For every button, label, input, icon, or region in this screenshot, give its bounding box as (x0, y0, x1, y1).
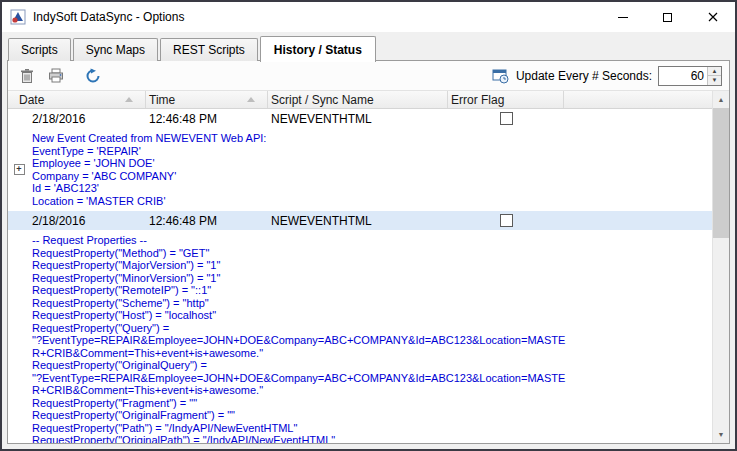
detail-line: Employee = 'JOHN DOE' (32, 157, 712, 170)
table-row[interactable]: 2/18/2016 12:46:48 PM NEWEVENTHTML (8, 109, 712, 128)
caption-buttons (600, 2, 735, 32)
grid-body: 2/18/2016 12:46:48 PM NEWEVENTHTML + New… (8, 109, 712, 443)
error-flag-checkbox[interactable] (500, 214, 513, 227)
column-header-filler (564, 91, 712, 108)
detail-block: + New Event Created from NEWEVENT Web AP… (8, 128, 712, 211)
table-row[interactable]: 2/18/2016 12:46:48 PM NEWEVENTHTML (8, 211, 712, 230)
expand-button[interactable]: + (14, 164, 25, 175)
detail-line: -- Request Properties -- (32, 234, 712, 247)
cell-time: 12:46:48 PM (146, 112, 268, 126)
maximize-button[interactable] (645, 2, 690, 32)
tab-strip: Scripts Sync Maps REST Scripts History /… (2, 32, 735, 60)
detail-line: RequestProperty("OriginalFragment") = "" (32, 409, 712, 422)
detail-line: RequestProperty("RemoteIP") = "::1" (32, 284, 712, 297)
detail-line: "?EventType=REPAIR&Employee=JOHN+DOE&Com… (32, 372, 712, 385)
detail-gutter (8, 234, 30, 443)
maximize-icon (663, 13, 672, 22)
update-interval-label: Update Every # Seconds: (516, 69, 652, 83)
toolbar: Update Every # Seconds: ▲ ▼ (8, 61, 729, 91)
cell-script-sync-name: NEWEVENTHTML (268, 112, 448, 126)
close-button[interactable] (690, 2, 735, 32)
column-header-date[interactable]: Date (8, 91, 146, 108)
close-icon (708, 12, 718, 22)
spinner-down-button[interactable]: ▼ (708, 76, 721, 85)
column-header-label: Error Flag (451, 93, 504, 107)
delete-button[interactable] (15, 64, 39, 88)
detail-line: EventType = 'REPAIR' (32, 145, 712, 158)
refresh-icon (85, 68, 101, 84)
detail-line: Id = 'ABC123' (32, 182, 712, 195)
detail-line: RequestProperty("Query") = (32, 322, 712, 335)
scroll-down-button[interactable]: ▼ (713, 426, 729, 443)
detail-line: RequestProperty("OriginalPath") = "/Indy… (32, 434, 712, 443)
cell-date: 2/18/2016 (30, 112, 146, 126)
detail-line: RequestProperty("Fragment") = "" (32, 397, 712, 410)
detail-lines: -- Request Properties --RequestProperty(… (30, 234, 712, 443)
detail-line: RequestProperty("Path") = "/IndyAPI/NewE… (32, 422, 712, 435)
tab-scripts[interactable]: Scripts (8, 38, 71, 61)
spinner-buttons: ▲ ▼ (707, 67, 721, 85)
detail-line: R+CRIB&Comment=This+event+is+awesome." (32, 347, 712, 360)
grid-main: Date Time Script / Sync Name Error Flag (8, 91, 712, 443)
print-button[interactable] (44, 64, 68, 88)
detail-line: R+CRIB&Comment=This+event+is+awesome." (32, 384, 712, 397)
tab-rest-scripts[interactable]: REST Scripts (160, 38, 258, 61)
scroll-up-button[interactable]: ▲ (713, 91, 729, 108)
update-interval-input[interactable] (659, 67, 707, 85)
detail-lines: New Event Created from NEWEVENT Web API:… (30, 132, 712, 207)
cell-date: 2/18/2016 (30, 214, 146, 228)
detail-line: RequestProperty("Method") = "GET" (32, 247, 712, 260)
column-header-label: Script / Sync Name (271, 93, 374, 107)
cell-script-sync-name: NEWEVENTHTML (268, 214, 448, 228)
trash-icon (20, 68, 34, 84)
app-window: IndySoft DataSync - Options Scripts Sync… (0, 0, 737, 451)
detail-line: Location = 'MASTER CRIB' (32, 195, 712, 208)
refresh-button[interactable] (81, 64, 105, 88)
cell-error-flag (448, 214, 564, 227)
tab-history-status[interactable]: History / Status (260, 36, 376, 62)
history-status-pane: Update Every # Seconds: ▲ ▼ Date (7, 60, 730, 444)
grid-header-row: Date Time Script / Sync Name Error Flag (8, 91, 712, 109)
printer-icon (48, 68, 64, 83)
detail-line: New Event Created from NEWEVENT Web API: (32, 132, 712, 145)
update-interval-spinbox: ▲ ▼ (658, 66, 722, 86)
detail-line: Company = 'ABC COMPANY' (32, 170, 712, 183)
title-bar: IndySoft DataSync - Options (2, 2, 735, 32)
cell-error-flag (448, 112, 564, 125)
detail-line: RequestProperty("Host") = "localhost" (32, 309, 712, 322)
update-interval-group: Update Every # Seconds: ▲ ▼ (492, 66, 722, 86)
scrollbar-thumb[interactable] (713, 108, 729, 238)
detail-line: "?EventType=REPAIR&Employee=JOHN+DOE&Com… (32, 334, 712, 347)
minimize-icon (618, 17, 628, 18)
sort-ascending-icon (247, 97, 255, 102)
history-grid: Date Time Script / Sync Name Error Flag (8, 91, 729, 443)
vertical-scrollbar[interactable]: ▲ ▼ (712, 91, 729, 443)
detail-block: -- Request Properties --RequestProperty(… (8, 230, 712, 443)
window-title: IndySoft DataSync - Options (33, 10, 184, 24)
tab-sync-maps[interactable]: Sync Maps (73, 38, 158, 61)
sort-ascending-icon (125, 97, 133, 102)
minimize-button[interactable] (600, 2, 645, 32)
column-header-error-flag[interactable]: Error Flag (448, 91, 564, 108)
column-header-script-sync-name[interactable]: Script / Sync Name (268, 91, 448, 108)
column-header-label: Date (19, 93, 44, 107)
update-interval-icon (492, 68, 509, 84)
scrollbar-track[interactable] (713, 108, 729, 426)
detail-line: RequestProperty("Scheme") = "http" (32, 297, 712, 310)
detail-line: RequestProperty("MajorVersion") = "1" (32, 259, 712, 272)
cell-time: 12:46:48 PM (146, 214, 268, 228)
error-flag-checkbox[interactable] (500, 112, 513, 125)
detail-line: RequestProperty("OriginalQuery") = (32, 359, 712, 372)
detail-gutter: + (8, 132, 30, 207)
detail-line: RequestProperty("MinorVersion") = "1" (32, 272, 712, 285)
spinner-up-button[interactable]: ▲ (708, 67, 721, 77)
column-header-time[interactable]: Time (146, 91, 268, 108)
column-header-label: Time (149, 93, 175, 107)
app-icon (10, 9, 26, 25)
